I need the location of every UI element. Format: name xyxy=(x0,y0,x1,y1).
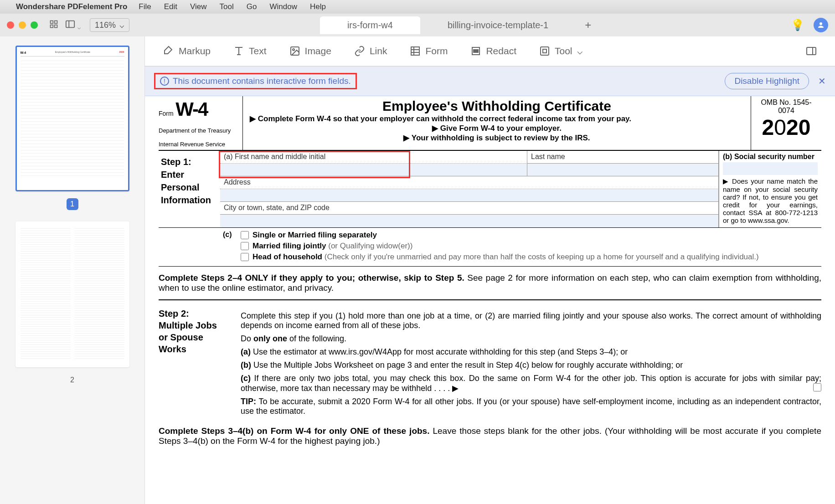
address-label: Address xyxy=(220,176,719,189)
svg-rect-9 xyxy=(411,47,419,55)
app-name[interactable]: Wondershare PDFelement Pro xyxy=(16,2,127,11)
menu-window[interactable]: Window xyxy=(269,2,297,11)
svg-rect-0 xyxy=(51,21,53,23)
filing-single-checkbox[interactable] xyxy=(241,231,249,239)
form-fields-notification: ! This document contains interactive for… xyxy=(145,66,835,96)
city-input[interactable] xyxy=(220,215,719,227)
tips-icon[interactable]: 💡 xyxy=(791,19,804,31)
form-title: Employee's Withholding Certificate xyxy=(250,98,744,114)
form-button[interactable]: Form xyxy=(410,46,448,57)
zoom-selector[interactable]: 116% ⌵ xyxy=(90,18,129,32)
main-document-area: Markup Text Image Link Form Redact xyxy=(145,36,835,504)
link-label: Link xyxy=(370,46,387,57)
complete-steps-34-text: Complete Steps 3–4(b) on Form W-4 for on… xyxy=(159,426,821,446)
maximize-window-button[interactable] xyxy=(31,21,38,29)
text-label: Text xyxy=(249,46,267,57)
step1-section: Step 1:EnterPersonalInformation (a) Firs… xyxy=(159,151,821,228)
notification-highlight: ! This document contains interactive for… xyxy=(154,73,357,89)
filing-married-checkbox[interactable] xyxy=(241,242,249,250)
markup-label: Markup xyxy=(179,46,211,57)
menu-tool[interactable]: Tool xyxy=(220,2,234,11)
chevron-down-icon: ⌵ xyxy=(119,20,124,30)
user-avatar[interactable] xyxy=(814,18,828,32)
markup-button[interactable]: Markup xyxy=(163,46,211,57)
window-titlebar: ⌵ 116% ⌵ irs-form-w4 billing-invoice-tem… xyxy=(0,14,835,36)
filing-hoh[interactable]: Head of household (Check only if you're … xyxy=(241,252,821,262)
step2-option-b: (b) Use the Multiple Jobs Worksheet on p… xyxy=(241,360,821,370)
ssn-label: (b) Social security number xyxy=(723,153,818,161)
sidebar-toggle-icon[interactable]: ⌵ xyxy=(65,19,81,31)
image-label: Image xyxy=(305,46,331,57)
thumbnails-sidebar: W-4Employee's Withholding Certificate202… xyxy=(0,36,145,504)
step2-doone: Do only one of the following. xyxy=(241,334,821,344)
filing-c-label: (c) xyxy=(220,228,241,266)
dept-treasury: Department of the Treasury xyxy=(159,127,238,134)
page-thumbnail-1[interactable]: W-4Employee's Withholding Certificate202… xyxy=(15,46,129,191)
menu-help[interactable]: Help xyxy=(310,2,326,11)
svg-rect-15 xyxy=(541,47,549,55)
close-notification-button[interactable]: ✕ xyxy=(818,76,826,87)
svg-rect-1 xyxy=(55,21,57,23)
minimize-window-button[interactable] xyxy=(19,21,26,29)
step2-label: Step 2:Multiple Jobsor SpouseWorks xyxy=(159,308,241,420)
macos-menubar: Wondershare PDFelement Pro File Edit Vie… xyxy=(0,0,835,14)
step2-intro: Complete this step if you (1) hold more … xyxy=(241,311,821,330)
panel-toggle-button[interactable] xyxy=(806,46,817,57)
menu-edit[interactable]: Edit xyxy=(164,2,177,11)
link-button[interactable]: Link xyxy=(354,46,387,57)
last-name-input[interactable] xyxy=(527,164,719,176)
step1-label: Step 1:EnterPersonalInformation xyxy=(159,151,220,227)
form-year: 2020 xyxy=(756,115,817,140)
close-window-button[interactable] xyxy=(7,21,14,29)
name-match-notice: ▶ Does your name match the name on your … xyxy=(723,177,818,224)
filing-married[interactable]: Married filing jointly (or Qualifying wi… xyxy=(241,242,821,251)
page-number-1[interactable]: 1 xyxy=(67,198,78,210)
omb-number: OMB No. 1545-0074 xyxy=(756,98,817,115)
divider xyxy=(159,299,821,300)
text-button[interactable]: Text xyxy=(233,46,267,57)
svg-rect-16 xyxy=(807,47,816,55)
address-input[interactable] xyxy=(220,189,719,202)
disable-highlight-button[interactable]: Disable Highlight xyxy=(725,73,809,89)
form-code: W-4 xyxy=(175,98,207,120)
svg-rect-4 xyxy=(66,21,74,27)
step2c-checkbox[interactable] xyxy=(813,383,821,391)
bullet-1: ▶ Complete Form W-4 so that your employe… xyxy=(250,114,744,123)
filing-hoh-checkbox[interactable] xyxy=(241,253,249,261)
document-viewport[interactable]: Form W-4 Department of the Treasury Inte… xyxy=(145,96,835,504)
tab-billing-invoice[interactable]: billing-invoice-template-1 xyxy=(420,16,576,34)
tool-label: Tool xyxy=(555,46,572,57)
redact-button[interactable]: Redact xyxy=(470,46,516,57)
menu-go[interactable]: Go xyxy=(247,2,257,11)
svg-rect-3 xyxy=(55,25,57,27)
info-icon: ! xyxy=(160,77,169,86)
last-name-label: Last name xyxy=(527,151,719,164)
highlight-annotation-1 xyxy=(219,151,410,178)
city-label: City or town, state, and ZIP code xyxy=(220,202,719,215)
tab-irs-form-w4[interactable]: irs-form-w4 xyxy=(320,16,420,34)
page-number-2[interactable]: 2 xyxy=(67,374,78,386)
filing-single[interactable]: Single or Married filing separately xyxy=(241,231,821,240)
svg-point-8 xyxy=(293,49,294,51)
zoom-value: 116% xyxy=(95,21,116,30)
form-header: Form W-4 Department of the Treasury Inte… xyxy=(159,96,821,151)
svg-point-6 xyxy=(820,22,822,25)
add-tab-button[interactable]: + xyxy=(576,19,600,31)
step2-section: Step 2:Multiple Jobsor SpouseWorks Compl… xyxy=(159,308,821,420)
redact-label: Redact xyxy=(486,46,516,57)
menu-file[interactable]: File xyxy=(139,2,151,11)
form-label: Form xyxy=(425,46,448,57)
dept-irs: Internal Revenue Service xyxy=(159,141,238,148)
step2-option-a: (a) Use the estimator at www.irs.gov/W4A… xyxy=(241,347,821,357)
editing-toolbar: Markup Text Image Link Form Redact xyxy=(145,36,835,66)
ssn-input[interactable] xyxy=(723,162,818,175)
svg-rect-2 xyxy=(51,25,53,27)
bullet-3: ▶ Your withholding is subject to review … xyxy=(250,133,744,143)
svg-rect-14 xyxy=(474,50,478,52)
menu-view[interactable]: View xyxy=(190,2,207,11)
tool-dropdown-button[interactable]: Tool⌵ xyxy=(539,46,583,57)
image-button[interactable]: Image xyxy=(289,46,331,57)
document-tabs: irs-form-w4 billing-invoice-template-1 + xyxy=(129,16,791,34)
grid-view-icon[interactable] xyxy=(49,20,58,31)
page-thumbnail-2[interactable] xyxy=(15,221,129,367)
